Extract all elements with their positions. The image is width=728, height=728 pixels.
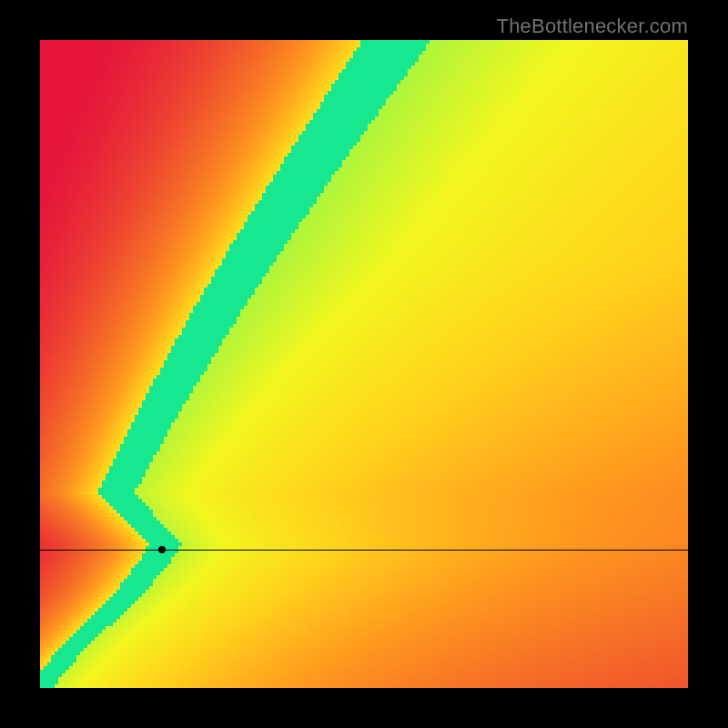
crosshair-horizontal [40,550,688,551]
watermark-text: TheBottlenecker.com [497,15,688,38]
heatmap-canvas [40,40,688,688]
crosshair-marker [158,546,166,553]
crosshair-vertical [162,688,163,728]
chart-frame: TheBottlenecker.com [0,0,728,728]
heatmap-plot [40,40,688,688]
